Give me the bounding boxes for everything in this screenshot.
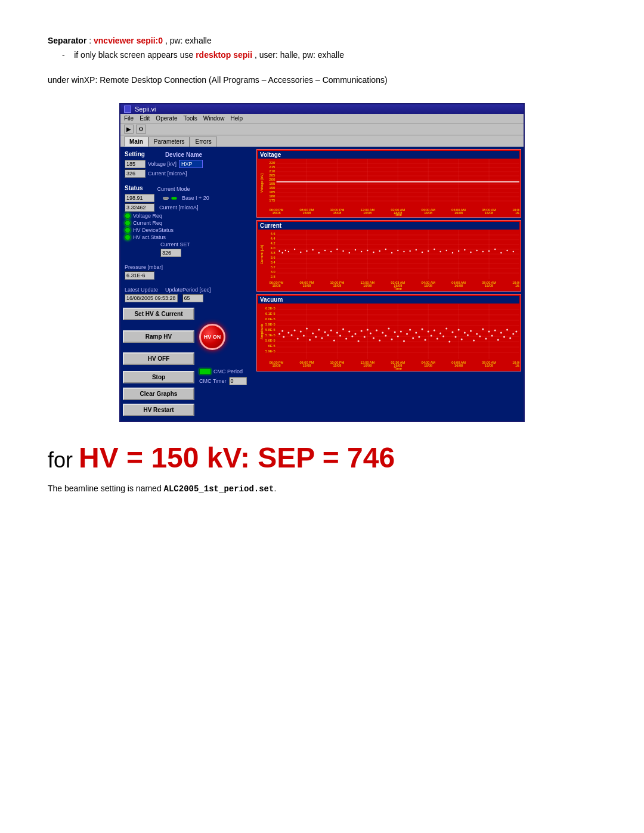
current-set-value-row: 326 (125, 249, 252, 257)
svg-point-237 (503, 336, 505, 338)
svg-text:3.0: 3.0 (271, 270, 275, 274)
pw-label: , pw: exhalle (165, 36, 212, 45)
hv-restart-button[interactable]: HV Restart (123, 404, 194, 416)
svg-point-217 (442, 336, 444, 337)
toggle-off[interactable] (163, 197, 169, 200)
svg-point-233 (491, 335, 493, 337)
rdesktop-link[interactable]: rdesktop sepii (196, 50, 252, 60)
svg-point-172 (306, 328, 308, 330)
cmc-period-label: CMC Period (213, 368, 243, 374)
svg-point-98 (403, 251, 404, 252)
current-set-value[interactable]: 326 (160, 249, 181, 257)
svg-text:15/08: 15/08 (273, 284, 281, 287)
current-set-row: Current SET (125, 241, 252, 247)
svg-text:2.8: 2.8 (271, 275, 275, 278)
svg-point-177 (321, 337, 323, 339)
stop-button[interactable]: Stop (123, 371, 194, 383)
svg-point-214 (434, 330, 435, 332)
toolbar-settings[interactable]: ⚙ (136, 125, 146, 134)
menu-help[interactable]: Help (230, 115, 243, 122)
svg-text:5.7E-5: 5.7E-5 (265, 333, 275, 337)
status-header-row: Status Current Mode (125, 185, 252, 193)
menu-window[interactable]: Window (203, 115, 225, 122)
toolbar-run[interactable]: ▶ (124, 125, 134, 134)
svg-point-166 (287, 332, 289, 334)
current-chart-container: Current (256, 220, 521, 292)
svg-point-175 (315, 336, 317, 338)
svg-text:15/08: 15/08 (273, 364, 281, 367)
vncviewer-link[interactable]: vncviewer sepii:0 (94, 36, 163, 45)
svg-text:5.6E-5: 5.6E-5 (265, 339, 275, 342)
svg-text:16/08: 16/08 (363, 211, 371, 215)
svg-point-163 (278, 333, 280, 335)
clear-graphs-button[interactable]: Clear Graphs (123, 388, 194, 400)
tab-errors[interactable]: Errors (190, 137, 216, 147)
svg-text:Amplitude: Amplitude (260, 323, 264, 339)
svg-text:185: 185 (269, 190, 275, 194)
toggle-on[interactable] (171, 197, 177, 200)
pressure-group: Pressure [mbar] 6.31E-6 (123, 262, 254, 283)
svg-text:6.1E-5: 6.1E-5 (265, 312, 275, 315)
svg-text:4.2: 4.2 (271, 241, 275, 245)
pressure-label: Pressure [mbar] (125, 264, 163, 270)
svg-point-216 (439, 333, 441, 335)
vacuum-chart-title: Vacuum (258, 296, 519, 304)
svg-text:16/08: 16/08 (424, 364, 432, 367)
update-period-value[interactable]: 65 (182, 294, 203, 302)
cmc-timer-value[interactable]: 0 (229, 377, 247, 385)
hv-on-button[interactable]: HV ON (199, 324, 225, 350)
voltage-input[interactable]: 185 (125, 160, 145, 168)
status-voltage-row: 198.91 Base I + 20 (125, 194, 252, 202)
beamline-prefix: The beamline setting is named (48, 484, 164, 493)
svg-point-113 (494, 249, 496, 250)
svg-point-90 (355, 249, 356, 250)
set-hv-button[interactable]: Set HV & Current (123, 308, 194, 320)
led-hv-act (125, 234, 131, 240)
svg-point-182 (336, 332, 338, 334)
pressure-row: Pressure [mbar] (125, 264, 252, 270)
svg-point-109 (470, 252, 471, 253)
ramp-hv-button[interactable]: Ramp HV (123, 330, 194, 343)
cmc-period-row: CMC Period (199, 368, 247, 374)
set-hv-row: Set HV & Current (123, 308, 254, 321)
svg-text:205: 205 (269, 174, 275, 177)
svg-point-231 (485, 338, 487, 340)
vacuum-chart-area: 6.2E-5 6.1E-5 6.0E-5 5.9E-5 5.8E-5 5.7E-… (258, 304, 519, 370)
current-input[interactable]: 326 (125, 169, 145, 178)
svg-point-226 (470, 330, 472, 332)
status-current-unit: Current [microA] (159, 205, 199, 210)
svg-point-186 (348, 331, 350, 333)
svg-point-85 (324, 250, 326, 251)
voltage-label: Voltage [kV] (148, 161, 177, 167)
svg-point-99 (409, 250, 410, 252)
menu-file[interactable]: File (124, 115, 134, 122)
beamline-suffix: . (274, 484, 276, 493)
svg-point-108 (464, 249, 465, 250)
beamline-note: The beamline setting is named ALC2005_1s… (48, 484, 596, 494)
stop-row: Stop CMC Period CMC Timer 0 (123, 368, 254, 386)
svg-text:4.0: 4.0 (271, 246, 275, 250)
tab-main[interactable]: Main (124, 137, 148, 147)
svg-text:Time: Time (394, 367, 402, 370)
svg-text:15/08: 15/08 (333, 284, 341, 287)
menu-edit[interactable]: Edit (140, 115, 150, 122)
tab-parameters[interactable]: Parameters (148, 137, 190, 147)
menu-tools[interactable]: Tools (184, 115, 197, 122)
svg-text:16/08: 16/08 (454, 284, 463, 287)
svg-point-227 (473, 340, 475, 342)
hv-off-button[interactable]: HV OFF (123, 352, 194, 365)
voltage-req-row: Voltage Req (125, 213, 252, 219)
current-chart-area: 4.6 4.4 4.2 4.0 3.8 3.6 3.4 3.2 3.0 2.8 … (258, 230, 519, 290)
voltage-chart-svg: 220 215 210 205 200 195 190 185 180 175 … (258, 159, 519, 216)
voltage-chart-title: Voltage (258, 151, 519, 159)
update-period-label: UpdatePeriod [sec] (165, 287, 211, 293)
labview-tabs: Main Parameters Errors (120, 135, 524, 147)
svg-point-169 (297, 338, 299, 340)
rdesktop-line: - if only black screen appears use rdesk… (62, 50, 596, 60)
current-req-row: Current Req (125, 220, 252, 226)
update-value-row: 16/08/2005 09:53:28 65 (125, 294, 252, 302)
current-chart-title: Current (258, 222, 519, 230)
labview-icon (124, 106, 131, 113)
menu-operate[interactable]: Operate (156, 115, 177, 122)
svg-text:4.4: 4.4 (271, 237, 275, 240)
